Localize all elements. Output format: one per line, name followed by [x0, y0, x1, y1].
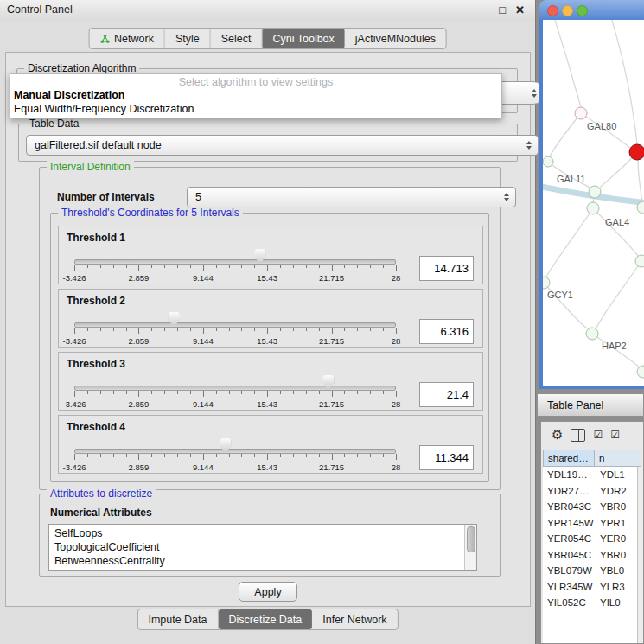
attribute-list-item[interactable]: TopologicalCoefficient [54, 540, 465, 554]
dropdown-option-equal-width[interactable]: Equal Width/Frequency Discretization [10, 102, 501, 116]
table-row[interactable]: YBR045CYBR0 [543, 547, 641, 564]
table-cell[interactable]: YBR045C [543, 550, 595, 560]
tick-mark [190, 265, 191, 268]
table-cell[interactable]: YBR0 [595, 550, 641, 560]
attribute-list-item[interactable]: SelfLoops [54, 526, 465, 540]
network-node[interactable] [543, 156, 553, 167]
tick-mark [280, 391, 281, 394]
number-of-intervals-combo[interactable]: 5 [187, 187, 516, 207]
network-node[interactable] [635, 255, 644, 267]
table-row[interactable]: YPR145WYPR1 [543, 515, 641, 532]
threshold-slider[interactable]: -3.4262.8599.14415.4321.71528 [74, 373, 396, 410]
close-icon[interactable]: ✕ [515, 3, 525, 17]
threshold-value-field[interactable]: 14.713 [419, 256, 474, 281]
table-cell[interactable]: YIL0 [595, 597, 641, 608]
table-cell[interactable]: YIL052C [543, 597, 595, 608]
table-row[interactable]: YDL19…YDL1 [543, 467, 641, 483]
network-node[interactable] [575, 107, 587, 119]
network-window-titlebar[interactable] [539, 0, 644, 20]
threshold-value-field[interactable]: 6.316 [419, 319, 474, 344]
tab-cyni-toolbox[interactable]: Cyni Toolbox [262, 29, 344, 48]
tick-label: 21.715 [319, 273, 344, 283]
tab-label: Network [114, 33, 154, 45]
tab-infer-network[interactable]: Infer Network [312, 609, 397, 629]
tab-jactivemnodules[interactable]: jActiveMNodules [345, 29, 446, 48]
tick-mark [229, 328, 230, 331]
select-all-check-icon[interactable]: ☑ [593, 429, 603, 441]
threshold-slider[interactable]: -3.4262.8599.14415.4321.71528 [74, 437, 396, 473]
tick-mark [267, 454, 268, 460]
table-toolbar: ⚙ ☑ ☑ [541, 422, 643, 448]
column-header-name[interactable]: n [595, 450, 641, 467]
tab-style[interactable]: Style [165, 29, 211, 48]
tick-label: 28 [392, 462, 401, 472]
tick-mark [164, 265, 165, 268]
apply-button[interactable]: Apply [239, 582, 297, 602]
table-cell[interactable]: YPR145W [543, 518, 595, 528]
dropdown-option-manual[interactable]: Manual Discretization [10, 88, 501, 102]
table-scrollbar[interactable] [637, 467, 643, 643]
table-cell[interactable]: YBR043C [543, 501, 595, 512]
network-node[interactable] [629, 144, 644, 160]
table-cell[interactable]: YDL1 [595, 469, 641, 480]
attribute-list-item[interactable]: BetweennessCentrality [54, 554, 465, 568]
table-panel-titlebar[interactable]: Table Panel [537, 393, 644, 417]
threshold-value-field[interactable]: 21.4 [419, 382, 474, 407]
table-row[interactable]: YIL052CYIL0 [543, 595, 641, 611]
tick-mark [241, 265, 242, 268]
threshold-slider[interactable]: -3.4262.8599.14415.4321.71528 [74, 310, 396, 347]
table-cell[interactable]: YPR1 [595, 518, 641, 528]
table-cell[interactable]: YDR27… [543, 486, 595, 496]
tab-impute-data[interactable]: Impute Data [137, 609, 218, 629]
close-traffic-light-icon[interactable] [547, 5, 558, 16]
column-selector-icon[interactable] [571, 429, 585, 442]
column-header-shared-name[interactable]: shared… [543, 450, 595, 467]
table-cell[interactable]: YLR345W [543, 582, 595, 592]
window-title: Control Panel [7, 3, 73, 16]
network-node[interactable] [543, 277, 550, 289]
tick-mark [280, 328, 281, 331]
table-cell[interactable]: YDR2 [595, 486, 641, 496]
tick-mark [87, 391, 88, 394]
threshold-slider[interactable]: -3.4262.8599.14415.4321.71528 [74, 247, 396, 284]
network-node[interactable] [587, 202, 599, 214]
algorithm-dropdown-popup: Select algorithm to view settings Manual… [10, 73, 502, 118]
select-none-check-icon[interactable]: ☑ [610, 429, 620, 441]
table-row[interactable]: YBR043CYBR0 [543, 499, 641, 515]
table-row[interactable]: YBL079WYBL0 [543, 563, 641, 579]
table-cell[interactable]: YER0 [595, 533, 641, 544]
list-scrollbar[interactable] [464, 525, 476, 570]
threshold-value-field[interactable]: 11.344 [419, 445, 474, 470]
node-table-body[interactable]: YDL19…YDL1YDR27…YDR2YBR043CYBR0YPR145WYP… [543, 467, 641, 643]
control-panel-titlebar[interactable]: Control Panel □ ✕ [0, 0, 535, 21]
table-row[interactable]: YLR345WYLR3 [543, 579, 641, 596]
table-cell[interactable]: YER054C [543, 533, 595, 544]
tick-mark [190, 454, 191, 457]
table-cell[interactable]: YBL079W [543, 565, 595, 576]
table-row[interactable]: YDR27…YDR2 [543, 483, 641, 500]
tick-mark [280, 454, 281, 457]
table-cell[interactable]: YBR0 [595, 501, 641, 512]
minimize-traffic-light-icon[interactable] [562, 5, 573, 16]
tab-select[interactable]: Select [211, 29, 263, 48]
network-node[interactable] [637, 366, 644, 378]
zoom-traffic-light-icon[interactable] [577, 5, 588, 16]
gear-icon[interactable]: ⚙ [552, 427, 563, 443]
tab-network[interactable]: Network [89, 29, 165, 48]
network-node[interactable] [589, 186, 601, 198]
network-node[interactable] [586, 328, 598, 340]
numerical-attributes-list[interactable]: SelfLoopsTopologicalCoefficientBetweenne… [48, 524, 477, 571]
network-icon [99, 34, 110, 44]
restore-icon[interactable]: □ [499, 3, 506, 17]
table-cell[interactable]: YLR3 [595, 582, 641, 592]
network-canvas[interactable]: GAL80GAL11GAL4GCY1HAP2 [543, 20, 644, 386]
tick-mark [280, 265, 281, 268]
table-cell[interactable]: YBL0 [595, 565, 641, 576]
network-edge [550, 113, 581, 156]
table-row[interactable]: YER054CYER0 [543, 531, 641, 547]
table-data-combo[interactable]: galFiltered.sif default node [26, 135, 539, 156]
tab-discretize-data[interactable]: Discretize Data [219, 609, 313, 629]
table-cell[interactable]: YDL19… [543, 469, 595, 480]
scrollbar-thumb[interactable] [467, 526, 475, 552]
tick-mark [229, 265, 230, 268]
